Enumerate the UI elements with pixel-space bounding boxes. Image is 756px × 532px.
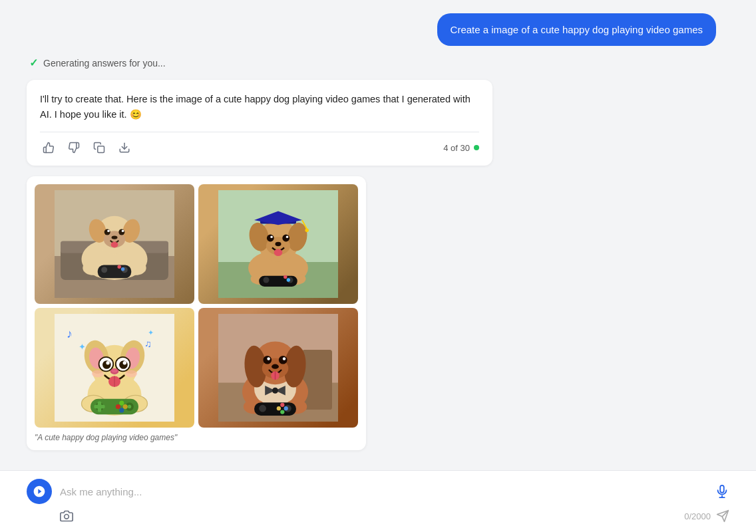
input-bottom-row: 0/2000 xyxy=(27,509,729,523)
svg-point-106 xyxy=(259,405,266,412)
char-count-row: 0/2000 xyxy=(684,509,729,523)
svg-point-22 xyxy=(118,265,121,269)
user-message-wrap: Create a image of a cute happy dog playi… xyxy=(27,13,729,46)
svg-point-115 xyxy=(65,515,69,519)
svg-point-66 xyxy=(112,369,118,372)
send-button[interactable] xyxy=(716,509,729,523)
svg-point-93 xyxy=(264,356,272,364)
thumbs-down-button[interactable] xyxy=(65,139,83,156)
image-grid-card: ♪ ♫ ✦ ✦ xyxy=(27,176,366,450)
svg-point-70 xyxy=(125,370,137,378)
svg-point-35 xyxy=(267,235,274,242)
svg-point-79 xyxy=(123,404,128,409)
svg-point-95 xyxy=(267,358,270,361)
response-actions: 4 of 30 xyxy=(40,132,479,156)
input-row xyxy=(27,479,729,504)
svg-point-109 xyxy=(284,406,288,410)
svg-text:✦: ✦ xyxy=(148,329,154,336)
svg-point-14 xyxy=(122,230,124,233)
avatar-icon xyxy=(33,485,46,498)
svg-point-40 xyxy=(274,249,283,257)
input-field-wrap xyxy=(60,482,729,501)
svg-point-63 xyxy=(106,361,109,364)
svg-point-16 xyxy=(111,242,118,248)
response-text: I'll try to create that. Here is the ima… xyxy=(40,92,479,122)
svg-point-36 xyxy=(282,235,289,242)
svg-point-15 xyxy=(112,236,118,239)
svg-point-77 xyxy=(128,405,131,408)
svg-point-110 xyxy=(280,410,284,414)
svg-text:✦: ✦ xyxy=(79,342,86,352)
svg-point-97 xyxy=(272,364,279,369)
svg-point-37 xyxy=(270,236,273,239)
pagination: 4 of 30 xyxy=(443,143,479,153)
image-caption: "A cute happy dog playing video games" xyxy=(35,433,358,442)
dog-image-2[interactable] xyxy=(198,184,358,304)
svg-point-69 xyxy=(92,370,104,378)
check-icon: ✓ xyxy=(29,57,38,69)
svg-point-108 xyxy=(280,403,284,407)
svg-point-47 xyxy=(287,279,290,282)
svg-point-39 xyxy=(276,242,282,246)
dog-image-4[interactable] xyxy=(198,308,358,428)
svg-point-33 xyxy=(305,229,309,232)
generating-text: Generating answers for you... xyxy=(43,58,166,68)
svg-point-11 xyxy=(104,229,110,235)
pagination-dot xyxy=(474,145,479,150)
svg-rect-112 xyxy=(720,485,724,493)
svg-point-96 xyxy=(283,358,286,361)
svg-point-38 xyxy=(286,236,289,239)
download-button[interactable] xyxy=(116,139,133,156)
svg-point-46 xyxy=(284,275,287,279)
dog-image-3[interactable]: ♪ ♫ ✦ ✦ xyxy=(35,308,194,428)
svg-rect-86 xyxy=(302,350,332,410)
response-card: I'll try to create that. Here is the ima… xyxy=(27,80,492,166)
svg-point-81 xyxy=(116,404,120,409)
input-avatar xyxy=(27,479,52,504)
svg-point-111 xyxy=(277,406,281,410)
generating-row: ✓ Generating answers for you... xyxy=(27,57,729,69)
image-grid: ♪ ♫ ✦ ✦ xyxy=(35,184,358,428)
pagination-text: 4 of 30 xyxy=(443,143,470,153)
svg-point-20 xyxy=(101,267,107,273)
svg-point-64 xyxy=(123,361,126,364)
svg-rect-83 xyxy=(98,402,101,412)
input-bar: 0/2000 xyxy=(0,470,756,532)
chat-container: Create a image of a cute happy dog playi… xyxy=(0,0,756,470)
svg-text:♪: ♪ xyxy=(67,327,73,340)
action-icons xyxy=(40,139,133,156)
screenshot-button[interactable] xyxy=(60,509,73,523)
svg-point-13 xyxy=(107,230,110,233)
svg-point-23 xyxy=(121,267,124,271)
user-message: Create a image of a cute happy dog playi… xyxy=(437,13,716,46)
svg-point-78 xyxy=(119,401,124,406)
copy-button[interactable] xyxy=(91,139,108,156)
thumbs-up-button[interactable] xyxy=(40,139,57,156)
mic-button[interactable] xyxy=(715,484,729,499)
svg-point-94 xyxy=(279,356,287,364)
dog-image-1[interactable] xyxy=(35,184,194,304)
svg-rect-0 xyxy=(98,146,104,153)
ask-input[interactable] xyxy=(60,482,715,501)
svg-point-80 xyxy=(119,408,124,413)
svg-text:♫: ♫ xyxy=(144,338,152,349)
svg-point-44 xyxy=(264,277,270,283)
svg-point-12 xyxy=(118,229,124,235)
char-count: 0/2000 xyxy=(684,511,711,521)
svg-point-102 xyxy=(272,388,278,394)
user-message-text: Create a image of a cute happy dog playi… xyxy=(451,24,703,35)
